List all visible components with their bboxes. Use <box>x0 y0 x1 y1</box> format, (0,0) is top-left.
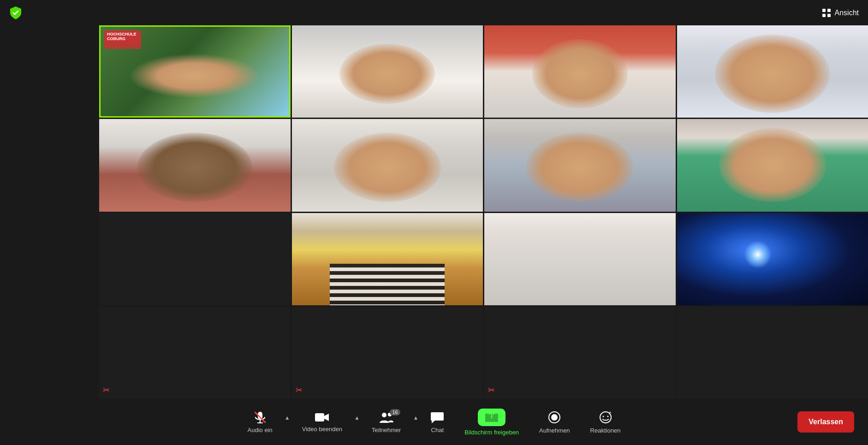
svg-rect-1 <box>827 9 831 12</box>
mute-icon-13: ✂ <box>103 385 110 395</box>
record-label: Aufnehmen <box>539 427 570 434</box>
record-icon <box>547 410 561 424</box>
share-screen-button[interactable]: Bildschirm freigeben <box>454 404 529 440</box>
svg-text:+: + <box>609 410 612 415</box>
participants-count: 16 <box>390 409 400 415</box>
participants-caret[interactable]: ▲ <box>411 415 420 421</box>
chat-button[interactable]: Chat <box>420 406 454 438</box>
audio-caret[interactable]: ▲ <box>283 415 292 421</box>
reactions-button[interactable]: + Reaktionen <box>580 406 631 439</box>
svg-point-14 <box>551 414 558 421</box>
share-screen-icon <box>478 409 505 426</box>
video-cell-4[interactable] <box>677 25 868 118</box>
video-grid: HOCHSCHULECOBURG ✂ ✂ ✂ <box>99 25 868 399</box>
video-cell-13: ✂ <box>99 307 291 399</box>
video-cell-3[interactable] <box>484 25 676 118</box>
top-bar: Ansicht <box>0 0 868 25</box>
record-button[interactable]: Aufnehmen <box>529 406 580 439</box>
video-cell-8[interactable] <box>677 119 868 211</box>
svg-point-17 <box>607 415 608 417</box>
video-cell-14: ✂ <box>292 307 483 399</box>
video-cell-15: ✂ <box>484 307 676 399</box>
chat-icon <box>430 411 444 424</box>
video-cell-11[interactable] <box>484 213 676 305</box>
video-cell-6[interactable] <box>292 119 483 211</box>
video-label: Video beenden <box>302 426 342 433</box>
video-cell-10[interactable] <box>292 213 483 305</box>
mute-icon-14: ✂ <box>296 385 303 395</box>
video-button[interactable]: Video beenden <box>292 407 352 437</box>
video-cell-9-empty <box>99 213 291 305</box>
video-cell-7[interactable] <box>484 119 676 211</box>
participants-button[interactable]: 16 Teilnehmer <box>362 406 411 438</box>
audio-label: Audio ein <box>248 427 273 433</box>
video-caret[interactable]: ▲ <box>352 415 362 421</box>
video-cell-1[interactable]: HOCHSCHULECOBURG <box>99 25 291 118</box>
video-cell-2[interactable] <box>292 25 483 118</box>
video-cell-12[interactable] <box>677 213 868 305</box>
video-icon <box>315 412 329 423</box>
reactions-label: Reaktionen <box>590 427 621 434</box>
audio-group: Audio ein ▲ <box>238 406 292 438</box>
share-screen-label: Bildschirm freigeben <box>464 429 519 436</box>
shield-icon <box>8 6 23 22</box>
left-sidebar <box>0 25 99 399</box>
video-cell-16 <box>677 307 868 399</box>
chat-label: Chat <box>431 427 444 433</box>
leave-button[interactable]: Verlassen <box>797 411 854 433</box>
svg-rect-8 <box>315 413 324 421</box>
bottom-toolbar: Audio ein ▲ Video beenden ▲ <box>0 399 868 445</box>
microphone-muted-icon <box>254 411 267 424</box>
reactions-icon: + <box>599 410 612 424</box>
svg-rect-2 <box>822 14 826 17</box>
view-label: Ansicht <box>835 9 859 17</box>
video-group: Video beenden ▲ <box>292 407 362 437</box>
svg-rect-0 <box>822 9 826 12</box>
participants-icon: 16 <box>379 411 394 424</box>
svg-point-16 <box>602 415 604 417</box>
svg-point-9 <box>382 413 386 417</box>
participants-label: Teilnehmer <box>372 427 401 433</box>
participants-group: 16 Teilnehmer ▲ <box>362 406 420 438</box>
mute-icon-15: ✂ <box>488 385 495 395</box>
video-cell-5[interactable] <box>99 119 291 211</box>
svg-rect-3 <box>827 14 831 17</box>
view-button[interactable]: Ansicht <box>822 8 859 18</box>
audio-button[interactable]: Audio ein <box>238 406 283 438</box>
